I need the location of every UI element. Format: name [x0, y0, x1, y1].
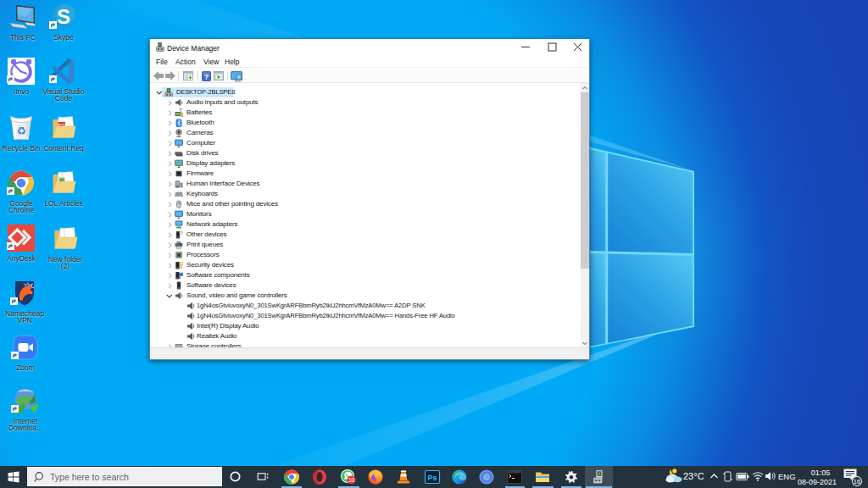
svg-text:?: ?	[181, 231, 182, 235]
svg-text:16: 16	[854, 478, 860, 485]
svg-text:?: ?	[204, 72, 209, 80]
svg-text:Ps: Ps	[427, 474, 437, 482]
svg-text:10: 10	[348, 477, 355, 483]
svg-text:S: S	[57, 5, 70, 28]
svg-text:♻: ♻	[16, 125, 26, 137]
